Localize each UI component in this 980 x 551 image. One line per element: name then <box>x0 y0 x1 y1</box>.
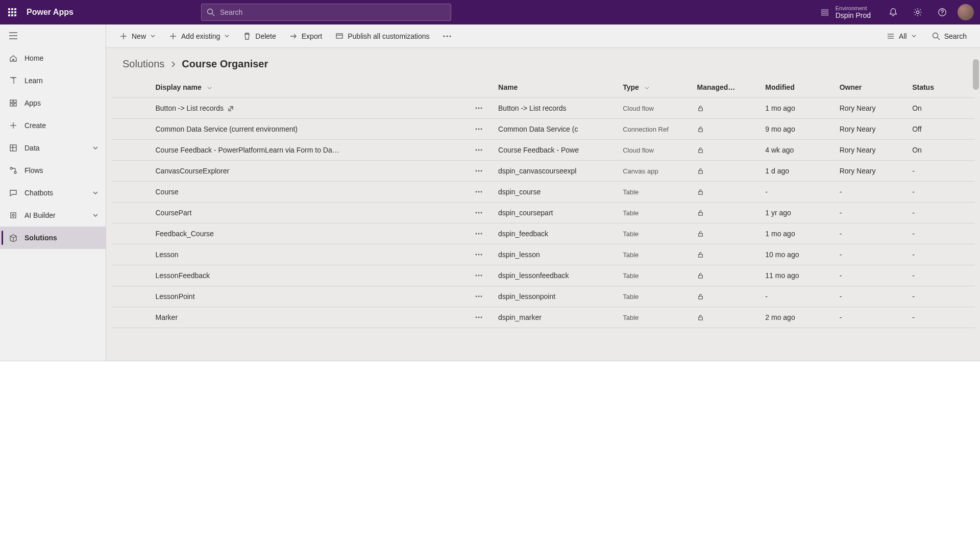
row-display-name[interactable]: Course <box>155 188 178 196</box>
column-modified-label: Modified <box>765 83 795 91</box>
row-type: Table <box>619 244 693 265</box>
sidebar-item-flows[interactable]: Flows <box>0 159 106 182</box>
row-owner: Rory Neary <box>836 161 908 182</box>
column-status-label: Status <box>912 83 934 91</box>
table-row[interactable]: Feedback_Coursedspin_feedbackTable1 mo a… <box>111 223 975 244</box>
settings-button[interactable] <box>905 0 930 24</box>
row-type: Table <box>619 265 693 286</box>
table-row[interactable]: Button -> List recordsButton -> List rec… <box>111 98 975 119</box>
svg-point-73 <box>480 254 482 256</box>
publish-button[interactable]: Publish all customizations <box>330 29 434 43</box>
row-actions-button[interactable] <box>475 291 482 299</box>
expand-toggle[interactable] <box>92 212 99 218</box>
column-owner-label: Owner <box>840 83 862 91</box>
help-button[interactable] <box>930 0 954 24</box>
new-button[interactable]: New <box>114 29 161 43</box>
scrollbar-thumb[interactable] <box>973 59 979 90</box>
vertical-scrollbar[interactable] <box>972 49 980 386</box>
row-actions-button[interactable] <box>475 270 482 278</box>
sidebar-item-apps[interactable]: Apps <box>0 92 106 114</box>
column-managed[interactable]: Managed… <box>693 77 762 98</box>
table-row[interactable]: LessonFeedbackdspin_lessonfeedbackTable1… <box>111 265 975 286</box>
table-row[interactable]: Lessondspin_lessonTable10 mo ago-- <box>111 244 975 265</box>
row-actions-button[interactable] <box>475 249 482 257</box>
sidebar-item-solutions[interactable]: Solutions <box>0 227 106 249</box>
export-button[interactable]: Export <box>284 29 327 43</box>
column-modified[interactable]: Modified <box>761 77 835 98</box>
expand-toggle[interactable] <box>92 145 99 151</box>
row-display-name[interactable]: Common Data Service (current environment… <box>155 125 298 133</box>
lock-icon <box>697 189 704 197</box>
svg-point-55 <box>475 170 477 172</box>
breadcrumb-parent[interactable]: Solutions <box>122 58 164 70</box>
svg-rect-0 <box>8 8 10 10</box>
row-display-name[interactable]: Lesson <box>155 251 178 259</box>
expand-toggle[interactable] <box>92 190 99 196</box>
environment-picker[interactable]: Environment Dspin Prod <box>820 5 871 20</box>
row-display-name[interactable]: Marker <box>155 313 178 321</box>
row-owner: - <box>836 182 908 203</box>
table-row[interactable]: LessonPointdspin_lessonpointTable--- <box>111 286 975 307</box>
sidebar-item-chatbots[interactable]: Chatbots <box>0 182 106 204</box>
svg-rect-66 <box>698 212 702 215</box>
row-actions-button[interactable] <box>475 228 482 236</box>
command-overflow[interactable] <box>438 32 456 40</box>
svg-point-43 <box>475 108 477 109</box>
svg-point-79 <box>475 296 477 297</box>
column-status[interactable]: Status <box>908 77 975 98</box>
svg-rect-4 <box>11 11 13 13</box>
view-filter-button[interactable]: All <box>881 29 922 43</box>
table-row[interactable]: Course Feedback - PowerPlatformLearn via… <box>111 140 975 161</box>
sidebar-item-aibuilder[interactable]: AI Builder <box>0 204 106 227</box>
sidebar-item-learn[interactable]: Learn <box>0 69 106 92</box>
open-external-icon[interactable] <box>224 104 234 112</box>
lock-icon <box>697 293 704 302</box>
table-row[interactable]: Markerdspin_markerTable2 mo ago-- <box>111 307 975 328</box>
sidebar-item-data[interactable]: Data <box>0 137 106 159</box>
svg-point-60 <box>478 191 479 193</box>
row-actions-button[interactable] <box>475 103 482 111</box>
svg-point-85 <box>480 317 482 318</box>
sidebar-item-home[interactable]: Home <box>0 47 106 69</box>
row-display-name[interactable]: CoursePart <box>155 209 191 217</box>
waffle-button[interactable] <box>0 0 24 24</box>
table-search-button[interactable]: Search <box>927 29 972 43</box>
column-display-name[interactable]: Display name <box>151 77 463 98</box>
row-actions-button[interactable] <box>475 165 482 173</box>
row-display-name[interactable]: CanvasCourseExplorer <box>155 167 229 175</box>
sidebar-collapse-button[interactable] <box>0 24 106 47</box>
row-owner: - <box>836 223 908 244</box>
column-owner[interactable]: Owner <box>836 77 908 98</box>
svg-rect-6 <box>8 14 10 16</box>
table-row[interactable]: Common Data Service (current environment… <box>111 119 975 140</box>
row-actions-button[interactable] <box>475 186 482 194</box>
row-actions-button[interactable] <box>475 207 482 215</box>
column-type[interactable]: Type <box>619 77 693 98</box>
svg-point-45 <box>480 108 482 109</box>
environment-icon <box>820 8 829 17</box>
add-existing-button[interactable]: Add existing <box>164 29 235 43</box>
global-search-input[interactable] <box>220 8 446 16</box>
global-search[interactable] <box>201 4 451 21</box>
column-name[interactable]: Name <box>494 77 619 98</box>
delete-button[interactable]: Delete <box>238 29 281 43</box>
row-actions-button[interactable] <box>475 123 482 132</box>
row-display-name[interactable]: Feedback_Course <box>155 230 213 238</box>
row-display-name[interactable]: LessonPoint <box>155 292 194 300</box>
notifications-button[interactable] <box>881 0 905 24</box>
row-actions-button[interactable] <box>475 144 482 153</box>
row-actions-button[interactable] <box>475 312 482 320</box>
svg-rect-82 <box>698 296 702 299</box>
sidebar-item-create[interactable]: Create <box>0 114 106 137</box>
row-display-name[interactable]: Course Feedback - PowerPlatformLearn via… <box>155 146 339 154</box>
row-name: dspin_coursepart <box>494 203 619 223</box>
svg-point-56 <box>478 170 479 172</box>
table-row[interactable]: CanvasCourseExplorerdspin_canvascourseex… <box>111 161 975 182</box>
svg-point-26 <box>14 171 16 173</box>
user-avatar[interactable] <box>958 4 974 20</box>
row-display-name[interactable]: LessonFeedback <box>155 271 210 280</box>
row-display-name[interactable]: Button -> List records <box>155 104 223 112</box>
svg-point-35 <box>443 35 445 37</box>
table-row[interactable]: CoursePartdspin_coursepartTable1 yr ago-… <box>111 203 975 223</box>
table-row[interactable]: Coursedspin_courseTable--- <box>111 182 975 203</box>
